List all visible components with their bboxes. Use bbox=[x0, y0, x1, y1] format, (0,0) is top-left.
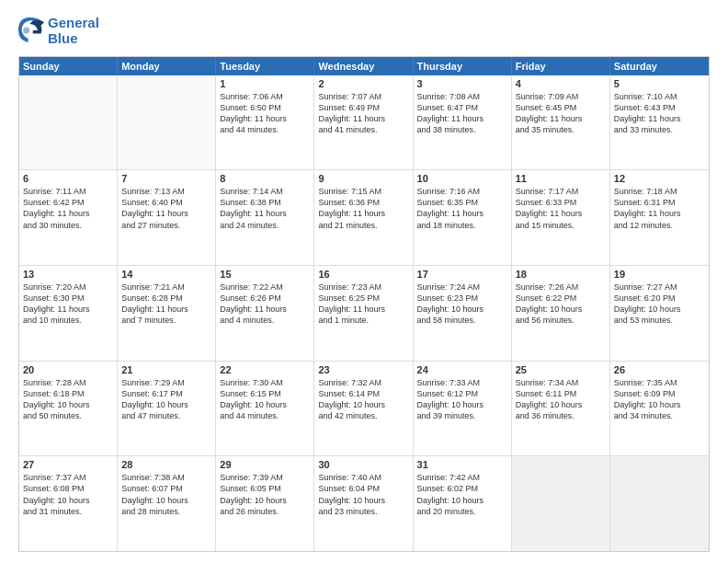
cell-info-line: and 18 minutes. bbox=[417, 220, 507, 231]
calendar-body: 1Sunrise: 7:06 AMSunset: 6:50 PMDaylight… bbox=[19, 75, 709, 552]
cell-info-line: Sunrise: 7:42 AM bbox=[417, 472, 507, 483]
day-number: 22 bbox=[220, 364, 310, 375]
day-number: 17 bbox=[417, 269, 507, 280]
cell-info-line: Daylight: 10 hours bbox=[417, 495, 507, 506]
table-row: 8Sunrise: 7:14 AMSunset: 6:38 PMDaylight… bbox=[216, 170, 314, 265]
cell-info-line: Sunrise: 7:27 AM bbox=[614, 282, 705, 293]
day-number: 2 bbox=[318, 78, 408, 89]
cell-info-line: and 31 minutes. bbox=[23, 506, 113, 517]
cell-info-line: Daylight: 11 hours bbox=[23, 208, 113, 219]
table-row bbox=[512, 456, 610, 551]
day-number: 23 bbox=[318, 364, 408, 375]
day-number: 18 bbox=[516, 269, 606, 280]
cell-info-line: Daylight: 10 hours bbox=[516, 399, 606, 410]
cell-info-line: Daylight: 10 hours bbox=[318, 399, 408, 410]
cell-info-line: Sunrise: 7:29 AM bbox=[121, 377, 211, 388]
table-row: 14Sunrise: 7:21 AMSunset: 6:28 PMDayligh… bbox=[118, 266, 216, 361]
day-number: 14 bbox=[121, 269, 211, 280]
cell-info-line: Sunset: 6:23 PM bbox=[417, 293, 507, 304]
logo: General Blue bbox=[18, 15, 99, 47]
cell-info-line: and 4 minutes. bbox=[220, 315, 310, 326]
day-number: 11 bbox=[516, 173, 606, 184]
table-row: 7Sunrise: 7:13 AMSunset: 6:40 PMDaylight… bbox=[118, 170, 216, 265]
table-row: 1Sunrise: 7:06 AMSunset: 6:50 PMDaylight… bbox=[216, 75, 314, 170]
day-number: 1 bbox=[220, 78, 310, 89]
day-number: 6 bbox=[23, 173, 113, 184]
cell-info-line: and 56 minutes. bbox=[516, 315, 606, 326]
cell-info-line: and 24 minutes. bbox=[220, 220, 310, 231]
cell-info-line: and 34 minutes. bbox=[614, 410, 705, 421]
table-row: 5Sunrise: 7:10 AMSunset: 6:43 PMDaylight… bbox=[610, 75, 709, 170]
cell-info-line: Sunset: 6:38 PM bbox=[220, 197, 310, 208]
cell-info-line: Sunset: 6:25 PM bbox=[318, 293, 408, 304]
day-number: 4 bbox=[516, 78, 606, 89]
header-day-tuesday: Tuesday bbox=[216, 57, 314, 75]
day-number: 28 bbox=[121, 459, 211, 470]
cell-info-line: and 7 minutes. bbox=[121, 315, 211, 326]
cell-info-line: Sunset: 6:17 PM bbox=[121, 388, 211, 399]
table-row: 26Sunrise: 7:35 AMSunset: 6:09 PMDayligh… bbox=[610, 362, 709, 456]
table-row: 10Sunrise: 7:16 AMSunset: 6:35 PMDayligh… bbox=[414, 170, 512, 265]
cell-info-line: and 41 minutes. bbox=[318, 124, 408, 135]
cell-info-line: Daylight: 11 hours bbox=[516, 208, 606, 219]
cell-info-line: and 58 minutes. bbox=[417, 315, 507, 326]
cell-info-line: Daylight: 11 hours bbox=[614, 208, 705, 219]
cell-info-line: Sunset: 6:26 PM bbox=[220, 293, 310, 304]
cell-info-line: Sunrise: 7:09 AM bbox=[516, 91, 606, 102]
table-row: 4Sunrise: 7:09 AMSunset: 6:45 PMDaylight… bbox=[512, 75, 610, 170]
cell-info-line: Sunrise: 7:16 AM bbox=[417, 186, 507, 197]
cell-info-line: Sunset: 6:09 PM bbox=[614, 388, 705, 399]
cell-info-line: and 26 minutes. bbox=[220, 506, 310, 517]
cell-info-line: Daylight: 11 hours bbox=[121, 304, 211, 315]
cell-info-line: and 10 minutes. bbox=[23, 315, 113, 326]
cell-info-line: Daylight: 11 hours bbox=[220, 208, 310, 219]
cell-info-line: Daylight: 11 hours bbox=[220, 113, 310, 124]
cell-info-line: and 47 minutes. bbox=[121, 410, 211, 421]
table-row bbox=[610, 456, 709, 551]
cell-info-line: Sunset: 6:08 PM bbox=[23, 483, 113, 494]
cell-info-line: Sunset: 6:35 PM bbox=[417, 197, 507, 208]
day-number: 20 bbox=[23, 364, 113, 375]
cell-info-line: Sunrise: 7:32 AM bbox=[318, 377, 408, 388]
cell-info-line: Sunrise: 7:38 AM bbox=[121, 472, 211, 483]
calendar-week-4: 20Sunrise: 7:28 AMSunset: 6:18 PMDayligh… bbox=[19, 362, 709, 457]
table-row: 21Sunrise: 7:29 AMSunset: 6:17 PMDayligh… bbox=[118, 362, 216, 456]
day-number: 27 bbox=[23, 459, 113, 470]
day-number: 3 bbox=[417, 78, 507, 89]
table-row: 13Sunrise: 7:20 AMSunset: 6:30 PMDayligh… bbox=[19, 266, 118, 361]
cell-info-line: Daylight: 11 hours bbox=[121, 208, 211, 219]
cell-info-line: Sunrise: 7:39 AM bbox=[220, 472, 310, 483]
calendar-week-5: 27Sunrise: 7:37 AMSunset: 6:08 PMDayligh… bbox=[19, 456, 709, 551]
cell-info-line: Sunset: 6:22 PM bbox=[516, 293, 606, 304]
cell-info-line: Daylight: 10 hours bbox=[417, 399, 507, 410]
cell-info-line: Sunrise: 7:28 AM bbox=[23, 377, 113, 388]
cell-info-line: Sunrise: 7:26 AM bbox=[516, 282, 606, 293]
cell-info-line: Sunrise: 7:18 AM bbox=[614, 186, 705, 197]
table-row: 2Sunrise: 7:07 AMSunset: 6:49 PMDaylight… bbox=[314, 75, 413, 170]
table-row: 9Sunrise: 7:15 AMSunset: 6:36 PMDaylight… bbox=[314, 170, 413, 265]
cell-info-line: Daylight: 10 hours bbox=[121, 399, 211, 410]
day-number: 15 bbox=[220, 269, 310, 280]
table-row: 25Sunrise: 7:34 AMSunset: 6:11 PMDayligh… bbox=[512, 362, 610, 456]
table-row: 29Sunrise: 7:39 AMSunset: 6:05 PMDayligh… bbox=[216, 456, 314, 551]
cell-info-line: Sunrise: 7:08 AM bbox=[417, 91, 507, 102]
cell-info-line: Sunrise: 7:10 AM bbox=[614, 91, 705, 102]
table-row: 30Sunrise: 7:40 AMSunset: 6:04 PMDayligh… bbox=[314, 456, 413, 551]
cell-info-line: and 27 minutes. bbox=[121, 220, 211, 231]
table-row: 18Sunrise: 7:26 AMSunset: 6:22 PMDayligh… bbox=[512, 266, 610, 361]
cell-info-line: Sunset: 6:49 PM bbox=[318, 102, 408, 113]
svg-point-0 bbox=[23, 28, 29, 34]
cell-info-line: Sunrise: 7:34 AM bbox=[516, 377, 606, 388]
cell-info-line: and 1 minute. bbox=[318, 315, 408, 326]
cell-info-line: Daylight: 11 hours bbox=[318, 208, 408, 219]
table-row: 20Sunrise: 7:28 AMSunset: 6:18 PMDayligh… bbox=[19, 362, 118, 456]
cell-info-line: Sunset: 6:28 PM bbox=[121, 293, 211, 304]
day-number: 31 bbox=[417, 459, 507, 470]
cell-info-line: Sunset: 6:30 PM bbox=[23, 293, 113, 304]
page: General Blue SundayMondayTuesdayWednesda… bbox=[0, 0, 728, 563]
cell-info-line: Daylight: 11 hours bbox=[318, 304, 408, 315]
logo-text: General Blue bbox=[48, 15, 99, 47]
cell-info-line: and 44 minutes. bbox=[220, 410, 310, 421]
cell-info-line: Sunrise: 7:20 AM bbox=[23, 282, 113, 293]
cell-info-line: Sunrise: 7:33 AM bbox=[417, 377, 507, 388]
